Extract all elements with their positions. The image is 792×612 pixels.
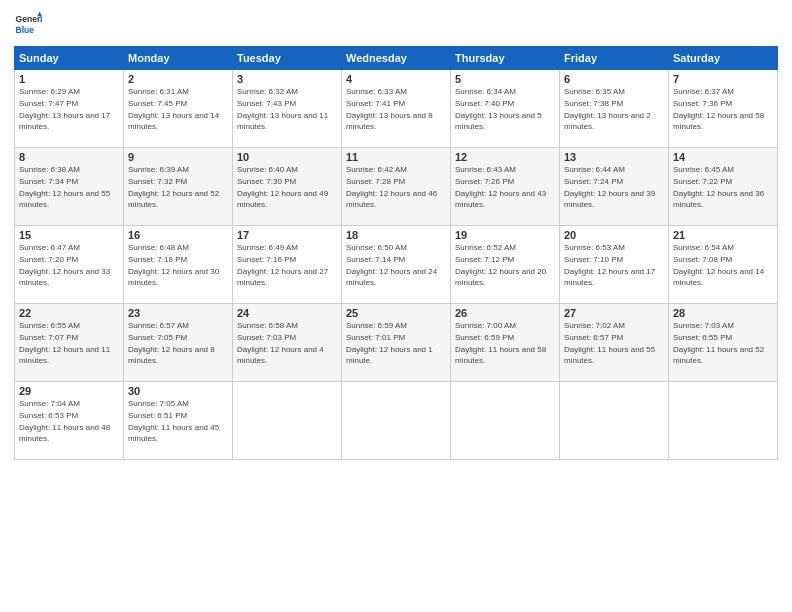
table-row: 26Sunrise: 7:00 AMSunset: 6:59 PMDayligh… bbox=[451, 304, 560, 382]
table-row: 17Sunrise: 6:49 AMSunset: 7:16 PMDayligh… bbox=[233, 226, 342, 304]
table-row: 23Sunrise: 6:57 AMSunset: 7:05 PMDayligh… bbox=[124, 304, 233, 382]
table-row: 2Sunrise: 6:31 AMSunset: 7:45 PMDaylight… bbox=[124, 70, 233, 148]
table-row: 10Sunrise: 6:40 AMSunset: 7:30 PMDayligh… bbox=[233, 148, 342, 226]
page-header: General Blue bbox=[14, 10, 778, 38]
table-row: 16Sunrise: 6:48 AMSunset: 7:18 PMDayligh… bbox=[124, 226, 233, 304]
table-row: 25Sunrise: 6:59 AMSunset: 7:01 PMDayligh… bbox=[342, 304, 451, 382]
col-header-sunday: Sunday bbox=[15, 47, 124, 70]
table-row: 14Sunrise: 6:45 AMSunset: 7:22 PMDayligh… bbox=[669, 148, 778, 226]
logo: General Blue bbox=[14, 10, 42, 38]
table-row: 24Sunrise: 6:58 AMSunset: 7:03 PMDayligh… bbox=[233, 304, 342, 382]
table-row: 15Sunrise: 6:47 AMSunset: 7:20 PMDayligh… bbox=[15, 226, 124, 304]
table-row: 9Sunrise: 6:39 AMSunset: 7:32 PMDaylight… bbox=[124, 148, 233, 226]
table-row: 21Sunrise: 6:54 AMSunset: 7:08 PMDayligh… bbox=[669, 226, 778, 304]
table-row: 1Sunrise: 6:29 AMSunset: 7:47 PMDaylight… bbox=[15, 70, 124, 148]
table-row bbox=[560, 382, 669, 460]
table-row bbox=[669, 382, 778, 460]
table-row: 29Sunrise: 7:04 AMSunset: 6:53 PMDayligh… bbox=[15, 382, 124, 460]
table-row: 27Sunrise: 7:02 AMSunset: 6:57 PMDayligh… bbox=[560, 304, 669, 382]
table-row bbox=[342, 382, 451, 460]
table-row: 19Sunrise: 6:52 AMSunset: 7:12 PMDayligh… bbox=[451, 226, 560, 304]
col-header-friday: Friday bbox=[560, 47, 669, 70]
table-row: 5Sunrise: 6:34 AMSunset: 7:40 PMDaylight… bbox=[451, 70, 560, 148]
table-row: 8Sunrise: 6:38 AMSunset: 7:34 PMDaylight… bbox=[15, 148, 124, 226]
table-row: 12Sunrise: 6:43 AMSunset: 7:26 PMDayligh… bbox=[451, 148, 560, 226]
table-row: 4Sunrise: 6:33 AMSunset: 7:41 PMDaylight… bbox=[342, 70, 451, 148]
col-header-wednesday: Wednesday bbox=[342, 47, 451, 70]
col-header-saturday: Saturday bbox=[669, 47, 778, 70]
table-row: 28Sunrise: 7:03 AMSunset: 6:55 PMDayligh… bbox=[669, 304, 778, 382]
table-row bbox=[233, 382, 342, 460]
table-row: 18Sunrise: 6:50 AMSunset: 7:14 PMDayligh… bbox=[342, 226, 451, 304]
table-row: 7Sunrise: 6:37 AMSunset: 7:36 PMDaylight… bbox=[669, 70, 778, 148]
table-row: 13Sunrise: 6:44 AMSunset: 7:24 PMDayligh… bbox=[560, 148, 669, 226]
table-row: 20Sunrise: 6:53 AMSunset: 7:10 PMDayligh… bbox=[560, 226, 669, 304]
table-row: 30Sunrise: 7:05 AMSunset: 6:51 PMDayligh… bbox=[124, 382, 233, 460]
calendar-table: SundayMondayTuesdayWednesdayThursdayFrid… bbox=[14, 46, 778, 460]
table-row bbox=[451, 382, 560, 460]
svg-text:Blue: Blue bbox=[16, 25, 35, 35]
col-header-thursday: Thursday bbox=[451, 47, 560, 70]
col-header-tuesday: Tuesday bbox=[233, 47, 342, 70]
table-row: 22Sunrise: 6:55 AMSunset: 7:07 PMDayligh… bbox=[15, 304, 124, 382]
table-row: 11Sunrise: 6:42 AMSunset: 7:28 PMDayligh… bbox=[342, 148, 451, 226]
col-header-monday: Monday bbox=[124, 47, 233, 70]
table-row: 3Sunrise: 6:32 AMSunset: 7:43 PMDaylight… bbox=[233, 70, 342, 148]
table-row: 6Sunrise: 6:35 AMSunset: 7:38 PMDaylight… bbox=[560, 70, 669, 148]
